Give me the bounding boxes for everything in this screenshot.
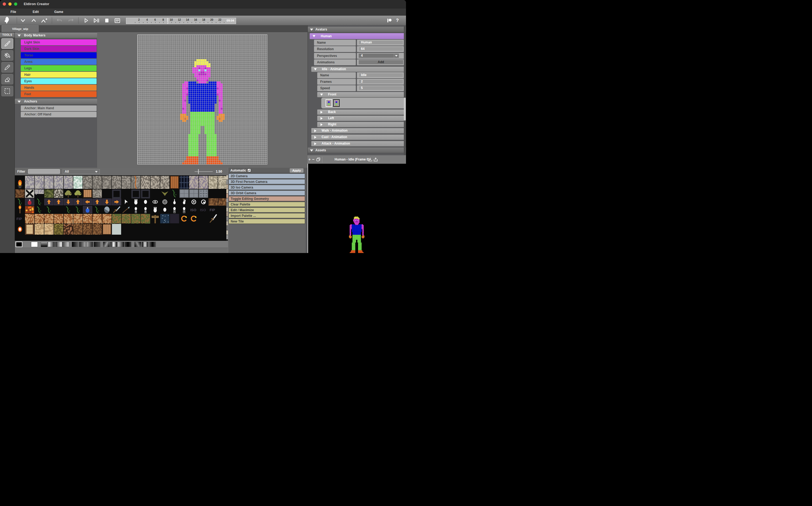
camera-item-edit-maximize[interactable]: Edit / Maximize bbox=[229, 207, 305, 213]
add-animation-button[interactable]: Add bbox=[358, 60, 403, 65]
name-field[interactable]: Human bbox=[358, 40, 403, 45]
chevron-down-icon[interactable] bbox=[19, 17, 27, 24]
camera-item-3d-iso-camera[interactable]: 3D Iso Camera bbox=[229, 185, 305, 190]
filter-category-dropdown[interactable]: All bbox=[63, 169, 100, 174]
idle-speed-field[interactable]: 5 bbox=[358, 86, 403, 90]
patreon-icon[interactable] bbox=[385, 17, 393, 24]
gradient-swatch[interactable] bbox=[86, 242, 93, 247]
timeline-current-time: 09:04 bbox=[227, 19, 234, 22]
idle-animation-header[interactable]: Idle - Animation bbox=[311, 67, 406, 72]
tab-village-wip[interactable]: Village_wip bbox=[2, 25, 38, 32]
gradient-swatch[interactable] bbox=[103, 242, 110, 247]
timeline-ruler[interactable]: 246810121416182022 09:04 bbox=[126, 18, 236, 24]
idle-name-field[interactable]: Idle bbox=[358, 73, 403, 77]
frame-thumbnail-0[interactable] bbox=[326, 99, 332, 107]
body-marker-arms[interactable]: Arms bbox=[21, 59, 97, 65]
avatar-human-row[interactable]: Human bbox=[310, 33, 406, 39]
gradient-swatch[interactable] bbox=[48, 242, 55, 247]
gradient-swatch[interactable] bbox=[72, 242, 79, 247]
avatars-header[interactable]: Avatars bbox=[308, 27, 406, 32]
body-marker-torso[interactable]: Torso bbox=[21, 52, 97, 58]
chevron-down-icon bbox=[95, 171, 98, 173]
gradient-swatch[interactable] bbox=[142, 242, 148, 247]
gradient-swatch[interactable] bbox=[117, 242, 125, 247]
animation-header-attack[interactable]: Attack - Animation bbox=[311, 141, 406, 147]
gradient-swatch[interactable] bbox=[110, 242, 117, 247]
gradient-swatch[interactable] bbox=[79, 242, 86, 247]
camera-item-clear-palette[interactable]: Clear Palette bbox=[229, 202, 305, 207]
tile-palette-canvas[interactable] bbox=[15, 175, 228, 241]
body-marker-hands[interactable]: Hands bbox=[21, 85, 97, 91]
gradient-swatch[interactable] bbox=[55, 242, 62, 247]
gradient-swatch[interactable] bbox=[41, 242, 48, 247]
redo-icon[interactable] bbox=[67, 17, 75, 24]
direction-header-back[interactable]: Back bbox=[317, 109, 406, 115]
gradient-swatch[interactable] bbox=[62, 242, 69, 247]
minimize-window-button[interactable] bbox=[8, 2, 12, 6]
help-icon[interactable]: ? bbox=[393, 17, 401, 24]
assets-header[interactable]: Assets bbox=[308, 148, 406, 153]
anchor-item[interactable]: Anchor: Off Hand bbox=[21, 112, 97, 117]
gradient-swatch[interactable] bbox=[125, 242, 132, 247]
gradient-swatch[interactable] bbox=[16, 242, 22, 247]
direction-header-left[interactable]: Left bbox=[317, 116, 406, 121]
filter-input[interactable] bbox=[28, 169, 60, 174]
brush-tool-button[interactable] bbox=[1, 38, 13, 49]
anchors-header[interactable]: Anchors bbox=[15, 99, 97, 104]
pixel-editor-canvas[interactable] bbox=[137, 34, 267, 165]
stop-icon[interactable] bbox=[103, 17, 111, 24]
timeline-playhead[interactable] bbox=[168, 18, 168, 24]
front-direction-header[interactable]: Front bbox=[317, 92, 406, 97]
camera-item-import-palette-[interactable]: Import Palette ... bbox=[229, 213, 305, 218]
anchor-item[interactable]: Anchor: Main Hand bbox=[21, 105, 97, 111]
gradient-swatch[interactable] bbox=[149, 242, 156, 247]
body-marker-feet[interactable]: Feet bbox=[21, 91, 97, 97]
body-marker-light-skin[interactable]: Light Skin bbox=[21, 39, 97, 45]
animation-header-cast[interactable]: Cast - Animation bbox=[311, 135, 406, 140]
chevron-up-icon[interactable] bbox=[30, 17, 38, 24]
tile-zoom-slider[interactable] bbox=[194, 171, 213, 172]
gradient-swatch[interactable] bbox=[31, 242, 38, 247]
camera-item-2d-camera[interactable]: 2D Camera bbox=[229, 173, 305, 179]
body-marker-dark-skin[interactable]: Dark Skin bbox=[21, 46, 97, 52]
camera-item-toggle-editing-geometry[interactable]: Toggle Editing Geometry bbox=[229, 196, 305, 201]
idle-frames-field[interactable]: 2 bbox=[358, 79, 403, 84]
picker-tool-button[interactable] bbox=[1, 62, 13, 73]
camera-item-new-tile[interactable]: New Tile bbox=[229, 219, 305, 224]
menu-edit[interactable]: Edit bbox=[33, 10, 39, 14]
export-icon[interactable] bbox=[374, 158, 378, 162]
resolution-field[interactable]: 64 bbox=[358, 47, 403, 51]
camera-item-3d-first-person-camera[interactable]: 3D First Person Camera bbox=[229, 179, 305, 184]
frame-thumbnail-1[interactable] bbox=[333, 99, 340, 107]
panel-scrollbar-thumb[interactable] bbox=[404, 98, 406, 120]
select-tool-button[interactable] bbox=[1, 86, 13, 96]
camera-item-3d-orbit-camera[interactable]: 3D Orbit Camera bbox=[229, 190, 305, 195]
body-markers-panel: Body Markers Light SkinDark SkinTorsoArm… bbox=[15, 32, 97, 168]
panel-scrollbar[interactable] bbox=[404, 26, 406, 163]
body-marker-eyes[interactable]: Eyes bbox=[21, 78, 97, 84]
console-icon[interactable] bbox=[113, 17, 121, 24]
ruler-hour-label: 8 bbox=[162, 18, 164, 21]
tile-zoom-slider-handle[interactable] bbox=[198, 169, 199, 174]
zoom-window-button[interactable] bbox=[14, 2, 17, 6]
menu-file[interactable]: File bbox=[10, 10, 16, 14]
body-marker-legs[interactable]: Legs bbox=[21, 65, 97, 71]
download-icon[interactable] bbox=[368, 158, 372, 162]
animation-header-walk[interactable]: Walk - Animation bbox=[311, 128, 406, 134]
chevron-up-add-icon[interactable] bbox=[40, 17, 48, 24]
apply-button[interactable]: Apply bbox=[290, 168, 304, 173]
close-window-button[interactable] bbox=[3, 2, 6, 6]
perspectives-dropdown[interactable]: 4 bbox=[358, 54, 399, 58]
play-icon[interactable] bbox=[82, 17, 90, 24]
fill-tool-button[interactable] bbox=[1, 50, 13, 61]
menu-game[interactable]: Game bbox=[54, 10, 63, 14]
gradient-swatch[interactable] bbox=[94, 242, 100, 247]
undo-icon[interactable] bbox=[55, 17, 63, 24]
eraser-tool-button[interactable] bbox=[1, 74, 13, 84]
body-markers-header[interactable]: Body Markers bbox=[15, 33, 97, 38]
automatic-checkbox[interactable]: ✓ bbox=[247, 169, 251, 172]
direction-header-right[interactable]: Right bbox=[317, 122, 406, 127]
play-pause-icon[interactable] bbox=[92, 17, 100, 24]
body-marker-hair[interactable]: Hair bbox=[21, 72, 97, 78]
gradient-swatch[interactable] bbox=[134, 242, 141, 247]
